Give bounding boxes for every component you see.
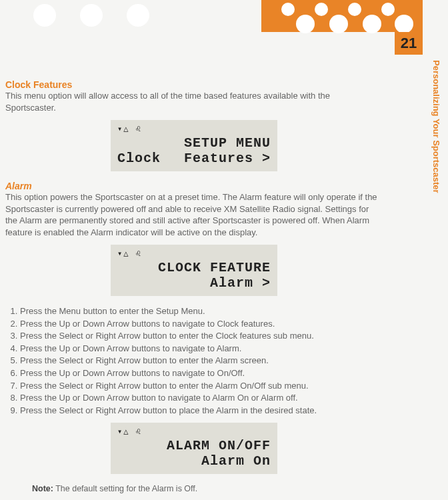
lcd-line: Features >	[184, 151, 271, 166]
alarm-body: This option powers the Sportscaster on a…	[5, 191, 383, 238]
step-item: Press the Select or Right Arrow button t…	[20, 330, 383, 342]
dot-decoration	[395, 15, 413, 33]
step-item: Press the Up or Down Arrow button to nav…	[20, 392, 383, 404]
dot-decoration	[381, 3, 395, 16]
lcd-line: Clock	[117, 151, 161, 166]
step-item: Press the Up or Down Arrow buttons to na…	[20, 367, 383, 379]
top-banner: 21	[0, 0, 448, 50]
lcd-line: Alarm On	[117, 453, 271, 469]
note-text: The default setting for the Alarm is Off…	[53, 484, 197, 493]
lcd-status-icons: ▾△ ♌	[117, 427, 271, 437]
dot-decoration	[33, 4, 56, 27]
dot-decoration	[296, 15, 315, 33]
dot-decoration	[80, 4, 103, 27]
dot-decoration	[348, 3, 361, 16]
lcd-status-icons: ▾△ ♌	[117, 249, 271, 259]
alarm-heading: Alarm	[5, 181, 383, 191]
dot-decoration	[329, 15, 348, 33]
lcd-line: Alarm >	[117, 275, 271, 291]
lcd-screenshot-3: ▾△ ♌ ALARM ON/OFF Alarm On	[5, 423, 383, 474]
step-item: Press the Up or Down Arrow buttons to na…	[20, 318, 383, 330]
alarm-steps-list: Press the Menu button to enter the Setup…	[5, 305, 383, 416]
lcd-screenshot-2: ▾△ ♌ CLOCK FEATURE Alarm >	[5, 245, 383, 296]
note: Note: The default setting for the Alarm …	[32, 483, 383, 495]
step-item: Press the Select or Right Arrow button t…	[20, 355, 383, 367]
lcd-line: ALARM ON/OFF	[117, 438, 271, 453]
page-number: 21	[395, 32, 423, 55]
step-item: Press the Menu button to enter the Setup…	[20, 305, 383, 317]
dot-decoration	[127, 4, 149, 27]
dot-decoration	[281, 3, 295, 16]
clock-features-body: This menu option will allow access to al…	[5, 90, 383, 113]
step-item: Press the Up or Down Arrow buttons to na…	[20, 343, 383, 355]
page-content: Clock Features This menu option will all…	[0, 50, 423, 500]
note-label: Note:	[32, 484, 53, 493]
side-tab-label: Personalizing Your Sportscaster	[423, 55, 448, 255]
clock-features-heading: Clock Features	[5, 79, 383, 90]
lcd-line: SETUP MENU	[184, 135, 271, 151]
lcd-screenshot-1: ▾△ ♌ SETUP MENU Clock Features >	[5, 120, 383, 171]
lcd-status-icons: ▾△ ♌	[117, 124, 271, 134]
step-item: Press the Select or Right Arrow button t…	[20, 405, 383, 417]
dot-decoration	[363, 15, 381, 33]
step-item: Press the Select or Right Arrow button t…	[20, 380, 383, 392]
lcd-line: CLOCK FEATURE	[117, 260, 271, 275]
dot-decoration	[315, 3, 328, 16]
